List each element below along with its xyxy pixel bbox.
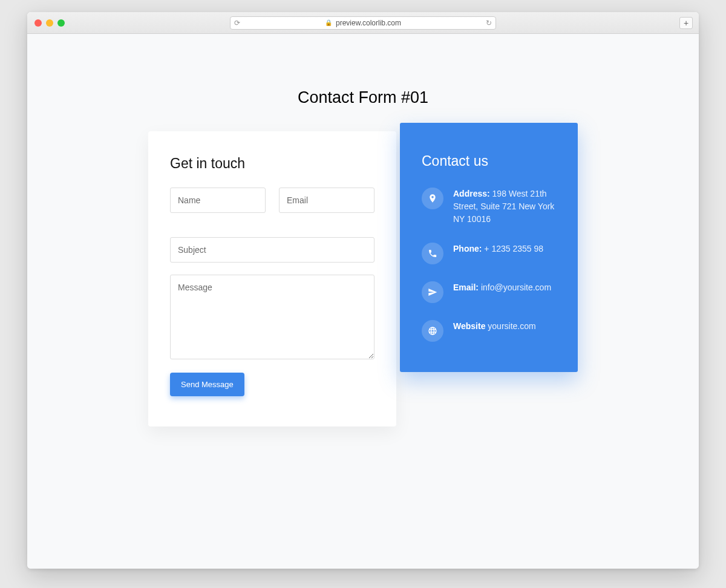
contact-email-text: Email: info@yoursite.com [453, 281, 551, 303]
page-title: Contact Form #01 [298, 88, 428, 107]
send-button[interactable]: Send Message [170, 373, 244, 396]
contact-card: Contact us Address: 198 West 21th Street… [400, 123, 578, 372]
contact-address-text: Address: 198 West 21th Street, Suite 721… [453, 188, 556, 226]
card-row: Get in touch Sen [148, 131, 578, 426]
contact-phone-text: Phone: + 1235 2355 98 [453, 243, 543, 264]
lock-icon: 🔒 [325, 19, 332, 26]
form-card: Get in touch Sen [148, 131, 396, 426]
map-pin-icon [422, 188, 443, 209]
url-text: preview.colorlib.com [336, 19, 401, 27]
maximize-window-icon[interactable] [57, 19, 65, 27]
form-heading: Get in touch [170, 155, 374, 172]
contact-email-label: Email: [453, 283, 479, 292]
contact-email: Email: info@yoursite.com [422, 281, 556, 303]
contact-address-label: Address: [453, 189, 490, 198]
close-window-icon[interactable] [34, 19, 42, 27]
reload-icon[interactable]: ⟳ [234, 19, 240, 27]
contact-address: Address: 198 West 21th Street, Suite 721… [422, 188, 556, 226]
contact-phone: Phone: + 1235 2355 98 [422, 243, 556, 264]
browser-chrome: ⟳ 🔒 preview.colorlib.com ↻ + [27, 12, 699, 34]
contact-phone-value: + 1235 2355 98 [482, 244, 543, 253]
url-bar[interactable]: ⟳ 🔒 preview.colorlib.com ↻ [230, 16, 496, 30]
phone-icon [422, 243, 443, 264]
browser-window: ⟳ 🔒 preview.colorlib.com ↻ + Contact For… [27, 12, 699, 569]
traffic-lights [34, 19, 65, 27]
new-tab-button[interactable]: + [679, 17, 693, 29]
reader-icon[interactable]: ↻ [486, 19, 492, 27]
contact-phone-label: Phone: [453, 244, 482, 253]
message-textarea[interactable] [170, 275, 374, 359]
contact-heading: Contact us [422, 153, 556, 169]
subject-input[interactable] [170, 237, 374, 263]
contact-website-label: Website [453, 321, 485, 331]
contact-website-value: yoursite.com [485, 321, 535, 331]
paper-plane-icon [422, 281, 443, 303]
email-input[interactable] [279, 188, 374, 213]
name-input[interactable] [170, 188, 266, 213]
globe-icon [422, 320, 443, 342]
contact-email-value: info@yoursite.com [479, 283, 551, 292]
contact-website: Website yoursite.com [422, 320, 556, 342]
minimize-window-icon[interactable] [46, 19, 53, 27]
contact-website-text: Website yoursite.com [453, 320, 536, 342]
page-content: Contact Form #01 Get in touch [27, 34, 699, 569]
